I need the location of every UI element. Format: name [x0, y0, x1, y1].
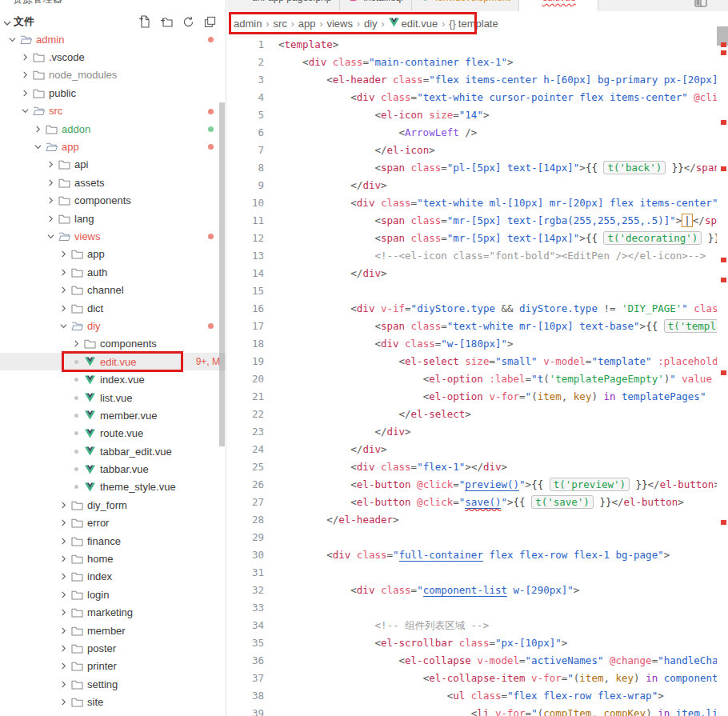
code-line-38[interactable]: 38 <ul class="flex flex-row flex-wrap">	[227, 687, 717, 705]
sidebar-scrollbar[interactable]	[219, 102, 225, 446]
code-line-12[interactable]: 12 <span class="mr-[5px] text-[14px]">{{…	[227, 230, 717, 247]
breadcrumb-item-app[interactable]: app	[298, 18, 316, 30]
code-line-4[interactable]: 4 <div class="text-white cursor-pointer …	[227, 89, 717, 106]
code-line-19[interactable]: 19 <el-select size="small" v-model="temp…	[227, 353, 717, 370]
tree-item-tabbar.vue[interactable]: tabbar.vue	[0, 460, 226, 478]
tree-item-node_modules[interactable]: node_modules	[0, 66, 226, 84]
breadcrumb-item-views[interactable]: views	[326, 18, 353, 30]
code-line-13[interactable]: 13 <!--<el-icon class="font-bold"><EditP…	[227, 247, 717, 265]
code-line-21[interactable]: 21 <el-option v-for="(item, key) in temp…	[227, 388, 717, 406]
code-line-17[interactable]: 17 <span class="text-white mr-[10px] tex…	[227, 318, 717, 335]
code-line-2[interactable]: 2 <div class="main-container flex-1">	[227, 54, 717, 71]
code-line-11[interactable]: 11 <span class="mr-[5px] text-[rgba(255,…	[227, 212, 717, 230]
breadcrumb-item-admin[interactable]: admin	[234, 18, 262, 30]
tree-item-list.vue[interactable]: list.vue	[0, 389, 226, 406]
tree-item-tabbar_edit.vue[interactable]: tabbar_edit.vue	[0, 442, 226, 460]
collapse-all-icon[interactable]	[202, 14, 217, 29]
tree-item-.vscode[interactable]: .vscode	[0, 48, 226, 66]
tree-item-route.vue[interactable]: route.vue	[0, 425, 226, 442]
code-line-16[interactable]: 16 <div v-if="diyStore.type && diyStore.…	[227, 300, 717, 318]
tree-item-finance[interactable]: finance	[0, 532, 226, 550]
close-icon[interactable]: ×	[584, 0, 590, 3]
tree-item-edit.vue[interactable]: edit.vue9+, M	[0, 353, 226, 370]
tree-item-setting[interactable]: setting	[0, 675, 226, 693]
tree-item-poster[interactable]: poster	[0, 639, 226, 657]
tree-item-error[interactable]: error	[0, 514, 226, 532]
code-line-1[interactable]: 1<template>	[227, 36, 717, 54]
code-line-30[interactable]: 30 <div class="full-container flex flex-…	[227, 546, 717, 564]
code-line-6[interactable]: 6 <ArrowLeft />	[227, 124, 717, 142]
code-line-24[interactable]: 24 </div>	[227, 441, 717, 458]
code-line-20[interactable]: 20 <el-option :label="t('templatePageEmp…	[227, 370, 717, 388]
tree-item-components[interactable]: components	[0, 192, 226, 210]
refresh-icon[interactable]	[181, 14, 195, 29]
tree-item-components[interactable]: components	[0, 335, 226, 353]
code-line-28[interactable]: 28 </el-header>	[227, 511, 717, 529]
files-pane-header[interactable]: 文件	[0, 12, 226, 31]
code-line-22[interactable]: 22 </el-select>	[227, 406, 717, 423]
code-line-29[interactable]: 29	[227, 529, 717, 546]
code-line-39[interactable]: 39 <li v-for="(compItem, compKey) in ite…	[227, 705, 717, 716]
breadcrumb-item-diy[interactable]: diy	[364, 18, 378, 30]
chevron-right-icon	[19, 70, 30, 81]
new-file-icon[interactable]	[138, 14, 152, 29]
split-editor-icon[interactable]	[694, 0, 707, 11]
code-line-35[interactable]: 35 <el-scrollbar class="px-[10px]">	[227, 634, 717, 652]
tree-item-index[interactable]: index	[0, 568, 226, 586]
tree-item-assets[interactable]: assets	[0, 174, 226, 191]
tree-item-home[interactable]: home	[0, 550, 226, 567]
tree-item-views[interactable]: views	[0, 227, 226, 245]
code-line-25[interactable]: 25 <div class="flex-1"></div>	[227, 458, 717, 476]
tree-item-diy_form[interactable]: diy_form	[0, 496, 226, 514]
tab-edit.vue[interactable]: edit.vue×	[519, 0, 599, 11]
code-line-32[interactable]: 32 <div class="component-list w-[290px]"…	[227, 582, 717, 599]
tree-item-api[interactable]: api	[0, 156, 226, 174]
tree-item-public[interactable]: public	[0, 84, 226, 102]
code-line-10[interactable]: 10 <div class="text-white ml-[10px] mr-[…	[227, 194, 717, 212]
code-line-7[interactable]: 7 </el-icon>	[227, 142, 717, 159]
tree-item-src[interactable]: src	[0, 102, 226, 120]
tree-item-site[interactable]: site	[0, 693, 226, 710]
code-line-37[interactable]: 37 <el-collapse-item v-for="(item, key) …	[227, 670, 717, 687]
code-line-18[interactable]: 18 <div class="w-[180px]">	[227, 335, 717, 353]
code-line-34[interactable]: 34 <!-- 组件列表区域 -->	[227, 617, 717, 634]
tab-.env.development[interactable]: .env.development	[412, 0, 519, 11]
code-line-15[interactable]: 15	[227, 282, 717, 300]
tree-item-lang[interactable]: lang	[0, 210, 226, 227]
tree-item-dict[interactable]: dict	[0, 299, 226, 317]
code-line-5[interactable]: 5 <el-icon size="14">	[227, 106, 717, 124]
tab-install.sql[interactable]: install.sql	[340, 0, 411, 11]
tree-item-diy[interactable]: diy	[0, 317, 226, 334]
code-line-9[interactable]: 9 </div>	[227, 177, 717, 194]
code-line-23[interactable]: 23 </div>	[227, 423, 717, 441]
code-editor[interactable]: 1<template>2 <div class="main-container …	[227, 36, 717, 716]
code-line-8[interactable]: 8 <span class="pl-[5px] text-[14px]">{{ …	[227, 159, 717, 177]
tree-item-marketing[interactable]: marketing	[0, 604, 226, 622]
code-line-3[interactable]: 3 <el-header class="flex items-center h-…	[227, 71, 717, 89]
code-line-27[interactable]: 27 <el-button @click="save()">{{ t('save…	[227, 494, 717, 511]
breadcrumb-symbol[interactable]: {} template	[449, 18, 498, 30]
code-line-14[interactable]: 14 </div>	[227, 265, 717, 282]
breadcrumb-item-src[interactable]: src	[273, 18, 286, 30]
tree-item-login[interactable]: login	[0, 586, 226, 603]
tree-item-index.vue[interactable]: index.vue	[0, 370, 226, 388]
code-line-33[interactable]: 33	[227, 599, 717, 617]
tree-item-tools[interactable]: tools	[0, 711, 226, 716]
tree-item-admin[interactable]: admin	[0, 30, 226, 48]
code-line-36[interactable]: 36 <el-collapse v-model="activeNames" @c…	[227, 652, 717, 670]
code-line-26[interactable]: 26 <el-button @click="preview()">{{ t('p…	[227, 476, 717, 494]
tree-item-app[interactable]: app	[0, 246, 226, 263]
code-line-31[interactable]: 31	[227, 564, 717, 582]
tab-uni-app pages.php[interactable]: #uni-app pages.php	[229, 0, 340, 11]
tree-item-channel[interactable]: channel	[0, 281, 226, 298]
tree-item-auth[interactable]: auth	[0, 263, 226, 281]
tree-item-theme_style.vue[interactable]: theme_style.vue	[0, 478, 226, 496]
tree-item-addon[interactable]: addon	[0, 120, 226, 138]
breadcrumb-item-edit.vue[interactable]: edit.vue	[389, 18, 438, 30]
tree-item-app[interactable]: app	[0, 138, 226, 155]
tree-item-printer[interactable]: printer	[0, 658, 226, 675]
tab-label: .env.development	[435, 0, 510, 3]
tree-item-member[interactable]: member	[0, 622, 226, 639]
tree-item-member.vue[interactable]: member.vue	[0, 406, 226, 424]
new-folder-icon[interactable]	[159, 14, 174, 29]
